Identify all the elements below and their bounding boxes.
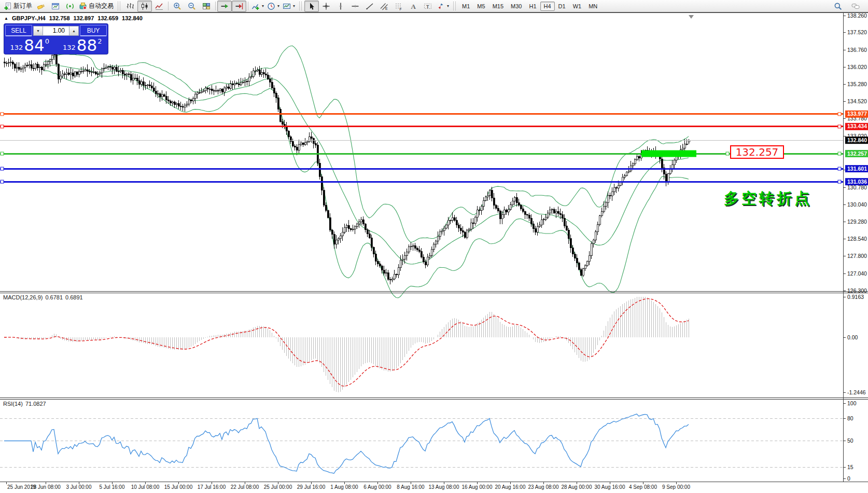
auto-trading-label: 自动交易 [89, 2, 114, 10]
vertical-line-tool-button[interactable] [333, 1, 348, 12]
indicators-icon [251, 2, 260, 10]
date-axis-label: 17 Jul 16:00 [198, 484, 226, 490]
timeframe-w1-button[interactable]: W1 [569, 2, 585, 11]
volume-decrease-button[interactable]: ▼ [33, 26, 43, 36]
price-level-label: 131.036 [847, 179, 867, 185]
price-level-label: 133.977 [847, 111, 867, 117]
periods-list-dropdown-arrow[interactable]: ▾ [277, 4, 279, 8]
toolbar-grip [453, 2, 456, 10]
cursor-icon [307, 2, 316, 10]
rsi-indicator-label: RSI(14)71.0827 [3, 401, 49, 407]
timeframe-h1-button[interactable]: H1 [525, 2, 540, 11]
auto-trading-icon [79, 2, 87, 10]
new-order-label: 新订单 [13, 2, 32, 10]
text-label-tool-button[interactable]: T [421, 1, 435, 12]
bar-chart-icon [126, 2, 134, 10]
timeframe-mn-button[interactable]: MN [585, 2, 601, 11]
symbol-header: ▲ GBPJPY-,H4 132.758 132.897 132.659 132… [4, 15, 143, 21]
chart-window-icon [51, 2, 60, 10]
bar-chart-mode-button[interactable] [123, 1, 137, 12]
zoom-in-button[interactable] [170, 1, 185, 12]
zoom-out-button[interactable] [185, 1, 199, 12]
auto-scroll-button[interactable] [217, 1, 232, 12]
date-axis-label: 28 Aug 00:00 [562, 484, 592, 490]
buy-price-sup: 2 [97, 37, 102, 45]
timeframe-d1-button[interactable]: D1 [555, 2, 569, 11]
arrows-tool-dropdown-arrow[interactable]: ▾ [447, 4, 449, 8]
candlestick-mode-button[interactable] [137, 1, 152, 12]
fibonacci-tool-button[interactable]: F [391, 1, 406, 12]
pivot-highlight-band[interactable] [641, 150, 696, 157]
symbol-period-label: GBPJPY-,H4 [12, 15, 46, 21]
arrows-tool-button[interactable]: ▾ [435, 1, 451, 12]
macd-value-main: 0.6781 [45, 294, 63, 300]
indicators-list-button[interactable]: ▾ [250, 1, 265, 12]
chart-shift-button[interactable] [232, 1, 246, 12]
periods-icon [267, 2, 275, 10]
price-callout-132257[interactable]: 132.257 [730, 145, 784, 159]
date-axis-label: 30 Aug 16:00 [595, 484, 625, 490]
price-level-label: 132.257 [847, 150, 867, 157]
volume-increase-button[interactable]: ▲ [69, 26, 79, 36]
date-axis-label: 28 Jun 08:00 [31, 484, 61, 490]
sell-price-sup: 0 [45, 37, 49, 45]
ohlc-close: 132.840 [122, 15, 143, 21]
date-axis-label: 22 Jul 08:00 [231, 484, 259, 490]
date-axis-label: 9 Sep 00:00 [662, 484, 690, 490]
style-tool-button[interactable] [34, 1, 48, 12]
rsi-axis-tick: 100 [847, 400, 857, 406]
crosshair-icon [322, 2, 330, 10]
volume-field[interactable]: 1.00 [43, 26, 69, 36]
new-order-button[interactable]: 新订单 [2, 1, 34, 12]
price-axis-tick: 138.260 [847, 12, 867, 19]
timeframe-m1-button[interactable]: M1 [458, 2, 473, 11]
date-axis-label: 5 Jul 16:00 [100, 484, 125, 490]
search-button[interactable] [831, 1, 845, 12]
community-chat-button[interactable] [848, 1, 863, 12]
periods-list-button[interactable]: ▾ [265, 1, 281, 12]
date-axis-label: 16 Aug 00:00 [462, 484, 493, 490]
timeframe-h4-button[interactable]: H4 [540, 2, 555, 11]
trendline-tool-button[interactable] [362, 1, 377, 12]
line-chart-mode-button[interactable] [152, 1, 166, 12]
tile-windows-button[interactable] [199, 1, 214, 12]
timeframe-m15-button[interactable]: M15 [489, 2, 507, 11]
pivot-annotation-text[interactable]: 多空转折点 [724, 188, 812, 209]
sell-button[interactable]: SELL [5, 25, 32, 36]
ohlc-low: 132.659 [97, 15, 118, 21]
svg-text:A: A [411, 2, 416, 10]
macd-axis-tick: 0.00 [847, 334, 858, 340]
timeframe-m30-button[interactable]: M30 [507, 2, 525, 11]
candlestick-icon [141, 2, 149, 10]
date-axis-label: 8 Aug 16:00 [397, 484, 425, 490]
collapse-panel-icon[interactable]: ▲ [4, 16, 8, 21]
highlighter-icon [37, 2, 45, 10]
signals-button[interactable] [63, 1, 77, 12]
templates-list-button[interactable]: ▾ [281, 1, 297, 12]
crosshair-tool-button[interactable] [319, 1, 333, 12]
horizontal-line-tool-button[interactable] [348, 1, 362, 12]
timeframe-m5-button[interactable]: M5 [473, 2, 488, 11]
sell-price[interactable]: 132 84 0 [5, 37, 55, 53]
ohlc-high: 132.897 [74, 15, 94, 21]
chart-canvas[interactable]: 138.260137.520136.760136.020135.280134.5… [0, 0, 868, 493]
new-chart-button[interactable] [48, 1, 63, 12]
rsi-axis-tick: 15 [847, 464, 853, 470]
indicators-list-dropdown-arrow[interactable]: ▾ [262, 4, 264, 8]
buy-button[interactable]: BUY [80, 25, 107, 36]
rsi-value: 71.0827 [25, 401, 46, 407]
horizontal-level-lines[interactable] [0, 113, 843, 183]
buy-price[interactable]: 132 88 2 [58, 37, 108, 53]
templates-list-dropdown-arrow[interactable]: ▾ [293, 4, 295, 8]
equidistant-channel-tool-button[interactable]: E [377, 1, 391, 12]
text-tool-button[interactable]: A [406, 1, 421, 12]
price-axis-tick: 136.760 [847, 47, 867, 53]
toolbar-separator [168, 2, 169, 10]
sell-price-big: 84 [24, 38, 44, 53]
auto-trading-button[interactable]: 自动交易 [77, 1, 115, 12]
price-axis-tick: 130.040 [847, 201, 867, 208]
toolbar-right [831, 1, 865, 12]
cursor-tool-button[interactable] [304, 1, 319, 12]
price-axis-tick: 129.280 [847, 218, 867, 225]
chart-shift-marker-icon[interactable] [689, 15, 694, 19]
